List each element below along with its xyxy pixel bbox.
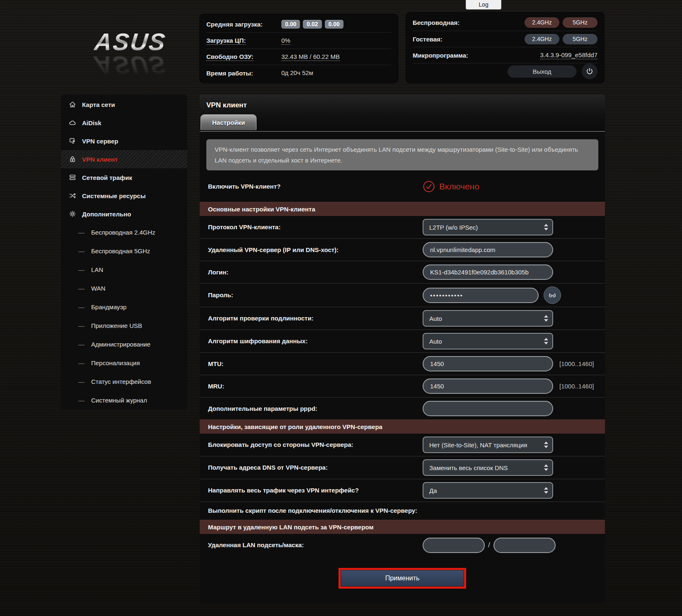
- sidebar-subitem-administration[interactable]: —Администрирование: [61, 335, 187, 354]
- route-all-traffic-select[interactable]: Да: [423, 482, 553, 499]
- asus-logo: ASUS ASUS: [83, 30, 178, 75]
- login-input[interactable]: [423, 264, 553, 280]
- tab-settings[interactable]: Настройки: [201, 114, 256, 130]
- section-remote-role-settings: Настройки, зависящие от роли удаленного …: [200, 420, 605, 434]
- protocol-select[interactable]: L2TP (w/o IPSec): [423, 219, 553, 235]
- dash-icon: —: [78, 359, 85, 366]
- cpu-load-row: Загрузка ЦП: 0%: [206, 32, 391, 49]
- remote-server-input[interactable]: [423, 242, 553, 257]
- block-access-select[interactable]: Нет (Site-to-Site), NAT трансляция: [423, 437, 553, 453]
- sidebar-subitem-wireless-5[interactable]: —Беспроводная 5GHz: [61, 242, 187, 260]
- sidebar-item-network-traffic[interactable]: Сетевой трафик: [61, 168, 187, 187]
- select-stepper-icon: [544, 224, 548, 230]
- select-stepper-icon: [544, 464, 548, 471]
- asus-logo-text: ASUS: [93, 30, 167, 54]
- select-stepper-icon: [544, 315, 548, 322]
- cpu-load-value[interactable]: 0%: [281, 37, 290, 45]
- reboot-button[interactable]: [582, 63, 597, 79]
- dns-from-server-select[interactable]: Заменить весь список DNS: [423, 459, 553, 476]
- asus-logo-reflection: ASUS: [94, 54, 168, 75]
- home-icon: [68, 100, 77, 109]
- lock-icon: [68, 155, 77, 163]
- dash-icon: —: [78, 266, 85, 273]
- post-connect-script-label: Выполнить скрипт после подключения/отклю…: [200, 502, 605, 520]
- guest-5ghz-badge[interactable]: 5GHz: [563, 34, 597, 44]
- section-basic-settings: Основные настройки VPN-клиента: [200, 202, 605, 216]
- route-all-traffic-row: Направлять весь трафик через VPN интерфе…: [200, 479, 605, 502]
- auth-algorithm-select[interactable]: Auto: [423, 310, 553, 327]
- power-icon: [585, 67, 594, 75]
- dash-icon: —: [78, 229, 85, 236]
- show-password-button[interactable]: [544, 286, 561, 304]
- load-15min-badge: 0.00: [325, 20, 343, 29]
- vpn-client-page: VPN клиент Настройки VPN-клиент позволяе…: [200, 95, 605, 603]
- cloud-icon: [68, 119, 77, 127]
- sidebar-subitem-personalization[interactable]: —Персонализация: [61, 354, 187, 372]
- description-box: VPN-клиент позволяет через сеть Интернет…: [206, 139, 598, 170]
- mtu-input[interactable]: [423, 356, 553, 371]
- log-button[interactable]: Log: [466, 0, 501, 10]
- free-ram-value[interactable]: 32.43 MB / 60.22 MB: [281, 53, 340, 61]
- encryption-algorithm-select[interactable]: Auto: [423, 333, 553, 349]
- uptime-value: 0д 20ч 52м: [281, 69, 313, 76]
- mru-input[interactable]: [423, 378, 553, 394]
- sidebar-subitem-wireless-24[interactable]: —Беспроводная 2.4GHz: [61, 223, 187, 242]
- guest-24ghz-badge[interactable]: 2.4GHz: [525, 34, 559, 44]
- dash-icon: —: [78, 285, 85, 292]
- pppd-options-input[interactable]: [423, 401, 553, 416]
- wireless-24ghz-badge[interactable]: 2.4GHz: [525, 17, 559, 28]
- dash-icon: —: [78, 322, 85, 329]
- subnet-mask-separator: /: [488, 541, 490, 549]
- vpn-enabled-toggle[interactable]: Включено: [423, 180, 479, 193]
- password-input[interactable]: [423, 288, 539, 303]
- pppd-options-row: Дополнительные параметры pppd:: [200, 397, 605, 420]
- sidebar-item-vpn-server[interactable]: VPN сервер: [61, 132, 187, 150]
- page-header: VPN клиент Настройки: [200, 95, 605, 132]
- sidebar-item-system-resources[interactable]: Системные ресурсы: [61, 187, 187, 205]
- check-circle-icon: [423, 180, 439, 193]
- mtu-row: MTU: [1000..1460]: [200, 352, 605, 375]
- dash-icon: —: [78, 378, 85, 385]
- mtu-range-hint: [1000..1460]: [559, 360, 594, 367]
- radio-status-panel: Беспроводная: 2.4GHz 5GHz Гостевая: 2.4G…: [406, 12, 604, 83]
- sidebar-subitem-firewall[interactable]: —Брандмауэр: [61, 298, 187, 316]
- sidebar-item-network-map[interactable]: Карта сети: [61, 95, 187, 114]
- sidebar-item-vpn-client[interactable]: VPN клиент: [61, 150, 187, 168]
- gear-icon: [68, 210, 77, 218]
- cpu-load-label[interactable]: Загрузка ЦП:: [206, 37, 246, 45]
- sidebar-subitem-lan[interactable]: —LAN: [61, 260, 187, 279]
- sidebar-subitem-wan[interactable]: —WAN: [61, 279, 187, 298]
- enable-vpn-row: Включить VPN-клиент? Включено: [200, 172, 605, 202]
- firmware-version-link[interactable]: 3.4.3.9-099_e58fdd7: [540, 51, 597, 59]
- load-average-label: Средняя загрузка:: [206, 21, 263, 28]
- uptime-label: Время работы:: [206, 70, 253, 77]
- password-row: Пароль:: [200, 283, 605, 307]
- sidebar-subitem-usb-app[interactable]: —Приложение USB: [61, 316, 187, 335]
- tab-bar: Настройки: [200, 114, 605, 132]
- sidebar-subitem-interface-status[interactable]: —Статус интерфейсов: [61, 372, 187, 391]
- load-average-row: Средняя загрузка: 0.000.020.00: [206, 16, 391, 32]
- mru-row: MRU: [1000..1460]: [200, 375, 605, 397]
- remote-lan-mask-input[interactable]: [493, 538, 556, 553]
- sidebar-nav: Карта сети AiDisk VPN сервер VPN клиент …: [61, 95, 187, 410]
- annotation-highlight-box: Применить: [339, 568, 466, 589]
- apply-button[interactable]: Применить: [341, 570, 464, 587]
- wireless-5ghz-badge[interactable]: 5GHz: [563, 17, 597, 28]
- sidebar-subitem-system-log[interactable]: —Системный журнал: [61, 391, 187, 410]
- free-ram-label[interactable]: Свободно ОЗУ:: [206, 53, 254, 61]
- protocol-row: Протокол VPN-клиента: L2TP (w/o IPSec): [200, 216, 605, 238]
- logout-button[interactable]: Выход: [507, 65, 577, 78]
- firmware-label: Микропрограмма:: [413, 52, 468, 59]
- system-stats-panel: Средняя загрузка: 0.000.020.00 Загрузка …: [200, 14, 398, 83]
- select-stepper-icon: [544, 338, 548, 344]
- traffic-icon: [68, 173, 77, 182]
- enable-vpn-label: Включить VPN-клиент?: [200, 182, 423, 191]
- dns-from-server-row: Получать адреса DNS от VPN-сервера: Заме…: [200, 456, 605, 479]
- sidebar-item-advanced[interactable]: Дополнительно: [61, 205, 187, 223]
- free-ram-row: Свободно ОЗУ: 32.43 MB / 60.22 MB: [206, 49, 391, 65]
- block-access-row: Блокировать доступ со стороны VPN-сервер…: [200, 434, 605, 456]
- load-5min-badge: 0.02: [303, 20, 322, 29]
- sidebar-item-aidisk[interactable]: AiDisk: [61, 114, 187, 132]
- uptime-row: Время работы: 0д 20ч 52м: [206, 65, 391, 81]
- remote-lan-subnet-input[interactable]: [423, 538, 485, 553]
